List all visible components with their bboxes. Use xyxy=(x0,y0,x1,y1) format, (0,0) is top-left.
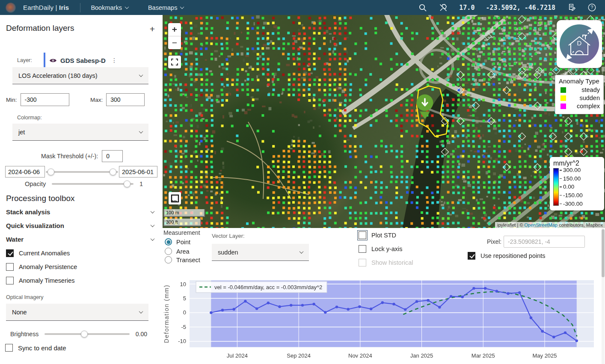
sync-to-end-date-checkbox[interactable]: Sync to end date xyxy=(5,344,66,352)
section-label: Quick visualization xyxy=(6,222,64,229)
radio-unselected[interactable] xyxy=(165,248,172,255)
deformation-timeseries-chart[interactable]: 1050-5-10Jul 2024Sep 2024Nov 2024Jan 202… xyxy=(163,276,605,364)
anomaly-timeseries-checkbox[interactable]: Anomaly Timeseries xyxy=(6,277,75,284)
brightness-slider[interactable] xyxy=(44,333,130,335)
optical-imagery-value: None xyxy=(12,309,27,316)
zoom-in-button[interactable]: + xyxy=(168,23,181,36)
colorbar-tick: 150.00 xyxy=(560,176,583,182)
start-date-input[interactable] xyxy=(5,166,45,178)
min-input[interactable] xyxy=(21,93,69,106)
map-viewport[interactable]: + − 100 m 300 ft ipyleaflet | © OpenStre… xyxy=(163,15,605,228)
help-icon[interactable]: ? xyxy=(587,3,596,12)
svg-text:-10: -10 xyxy=(178,338,186,344)
current-anomalies-checkbox[interactable]: Current Anomalies xyxy=(6,249,70,257)
opacity-handle[interactable] xyxy=(124,181,130,187)
attribution-suffix: contributors, Mapbox xyxy=(558,222,603,228)
brand-primary: EarthDaily xyxy=(23,4,53,11)
opacity-slider[interactable] xyxy=(52,183,133,185)
chevron-down-icon xyxy=(139,309,143,314)
search-icon[interactable] xyxy=(418,3,427,12)
report-edit-icon[interactable] xyxy=(566,3,576,12)
measure-tool-button[interactable] xyxy=(169,192,181,204)
chevron-down-icon xyxy=(139,129,143,133)
layer-select-value: LOS Acceleration (180 days) xyxy=(18,72,98,79)
checkbox-label: Anomaly Timeseries xyxy=(19,277,75,284)
colormap-select[interactable]: jet xyxy=(12,124,148,141)
mask-threshold-input[interactable] xyxy=(102,150,123,162)
chevron-down-icon xyxy=(151,223,155,227)
panel-scrollbar[interactable] xyxy=(602,228,605,364)
layer-select[interactable]: LOS Acceleration (180 days) xyxy=(12,67,148,84)
layer-options-kebab-icon[interactable]: ⋮ xyxy=(110,57,119,64)
checkbox-label: Plot STD xyxy=(371,232,396,239)
date-range-handle-end[interactable] xyxy=(110,169,116,175)
checkbox-label: Show historical xyxy=(371,259,413,266)
section-stack-analysis[interactable]: Stack analysis xyxy=(6,208,157,216)
mode-radio-point[interactable]: Point xyxy=(165,238,190,246)
anomaly-type-legend: Anomaly Type steady sudden complex xyxy=(555,75,604,114)
add-layer-button[interactable]: + xyxy=(150,24,155,33)
earthdaily-logo xyxy=(6,3,16,13)
date-range-slider[interactable] xyxy=(46,171,118,173)
optical-imagery-select[interactable]: None xyxy=(6,304,148,321)
end-date-input[interactable] xyxy=(119,166,157,178)
date-range-handle-start[interactable] xyxy=(47,169,54,175)
zoom-level-readout: 17.0 xyxy=(459,4,475,12)
fullscreen-button[interactable] xyxy=(168,56,181,68)
bookmarks-label: Bookmarks xyxy=(91,4,122,11)
checkbox-label: Current Anomalies xyxy=(19,250,70,257)
scale-bar-metric: 100 m xyxy=(163,209,205,217)
opacity-label: Opacity xyxy=(25,181,46,187)
vector-layer-select[interactable]: sudden xyxy=(212,244,309,261)
checkbox-unchecked[interactable] xyxy=(6,277,14,284)
basemaps-menu[interactable]: Basemaps xyxy=(148,4,184,11)
checkbox-unchecked[interactable] xyxy=(359,231,366,239)
radio-label: Area xyxy=(176,248,190,255)
plot-std-checkbox[interactable]: Plot STD xyxy=(359,231,396,239)
checkbox-unchecked[interactable] xyxy=(6,263,14,271)
svg-text:?: ? xyxy=(590,5,593,10)
svg-text:-5: -5 xyxy=(181,324,186,330)
optical-imagery-label: Optical Imagery xyxy=(6,294,44,300)
chevron-down-icon xyxy=(151,237,155,241)
show-historical-checkbox: Show historical xyxy=(359,259,413,266)
visibility-eye-icon[interactable] xyxy=(49,58,56,63)
colorbar-legend: mm/yr^2 300.00 150.00 0.00 -150.00 -300.… xyxy=(550,157,604,210)
checkbox-checked[interactable] xyxy=(6,249,14,257)
checkbox-checked[interactable] xyxy=(468,252,475,260)
svg-text:Nov 2024: Nov 2024 xyxy=(348,352,372,359)
max-input[interactable] xyxy=(106,93,145,106)
lock-y-axis-checkbox[interactable]: Lock y-axis xyxy=(359,245,403,253)
svg-text:Sep 2024: Sep 2024 xyxy=(287,352,311,359)
brand-secondary: Iris xyxy=(59,4,69,11)
svg-text:Jan 2025: Jan 2025 xyxy=(410,352,433,359)
layer-select-label: Layer: xyxy=(17,57,32,63)
section-water[interactable]: Water xyxy=(6,236,157,243)
brightness-label: Brightness xyxy=(10,331,39,337)
use-repositioned-points-checkbox[interactable]: Use repositioned points xyxy=(468,252,546,260)
pixel-coordinates-input[interactable] xyxy=(504,236,585,248)
processing-toolbox-title: Processing toolbox xyxy=(6,194,75,203)
brightness-handle[interactable] xyxy=(81,331,88,337)
radio-selected[interactable] xyxy=(165,238,172,246)
bookmarks-menu[interactable]: Bookmarks xyxy=(91,4,128,11)
los-geometry-widget[interactable]: D 41° xyxy=(557,20,602,68)
svg-text:vel = -0.046mm/day, acc = -0.0: vel = -0.046mm/day, acc = -0.003mm/day^2 xyxy=(214,284,322,290)
disable-pin-icon[interactable] xyxy=(439,3,448,12)
scrollbar-thumb[interactable] xyxy=(602,229,605,277)
checkbox-unchecked[interactable] xyxy=(359,245,366,253)
colorbar-tick: -300.00 xyxy=(560,201,583,207)
openstreetmap-link[interactable]: OpenStreetMap xyxy=(525,222,558,228)
zoom-out-button[interactable]: − xyxy=(168,36,181,49)
colormap-label: Colormap: xyxy=(17,115,42,121)
los-angle-label: 41° xyxy=(590,24,596,29)
mode-radio-area[interactable]: Area xyxy=(165,248,190,255)
complex-color-swatch xyxy=(561,104,566,109)
section-quick-visualization[interactable]: Quick visualization xyxy=(6,222,157,229)
anomaly-persistence-checkbox[interactable]: Anomaly Persistence xyxy=(6,263,77,271)
scale-bar-imperial: 300 ft xyxy=(163,219,201,226)
radio-unselected[interactable] xyxy=(165,256,172,263)
colorbar-tick: 0.00 xyxy=(560,184,583,190)
checkbox-unchecked[interactable] xyxy=(5,344,13,352)
mode-radio-transect[interactable]: Transect xyxy=(165,256,200,263)
